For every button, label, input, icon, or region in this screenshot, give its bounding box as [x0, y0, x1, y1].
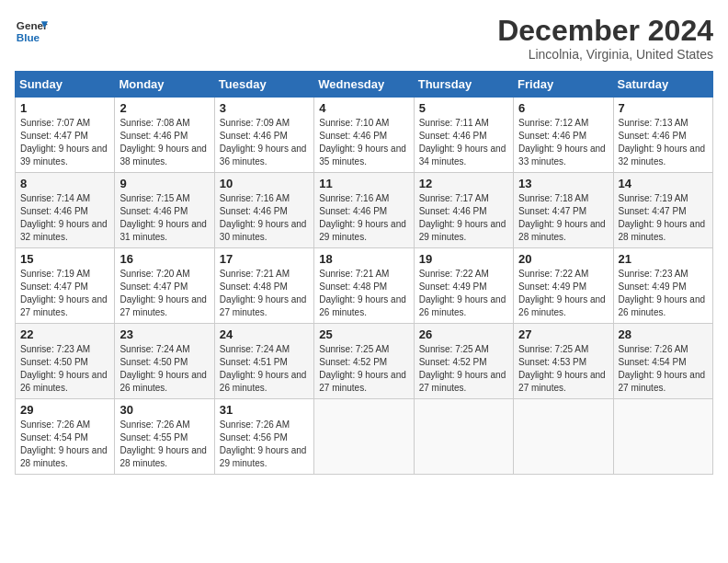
day-number: 19: [419, 252, 508, 266]
day-info: Sunrise: 7:26 AMSunset: 4:54 PMDaylight:…: [20, 419, 108, 468]
day-info: Sunrise: 7:13 AMSunset: 4:46 PMDaylight:…: [619, 118, 706, 167]
day-info: Sunrise: 7:22 AMSunset: 4:49 PMDaylight:…: [518, 269, 606, 317]
svg-text:General: General: [17, 19, 48, 31]
header-saturday: Saturday: [613, 72, 712, 98]
calendar-cell: 18Sunrise: 7:21 AMSunset: 4:48 PMDayligh…: [314, 248, 414, 324]
calendar-title: December 2024: [497, 15, 713, 47]
day-info: Sunrise: 7:14 AMSunset: 4:46 PMDaylight:…: [20, 193, 108, 242]
week-row-5: 29Sunrise: 7:26 AMSunset: 4:54 PMDayligh…: [16, 399, 713, 475]
day-number: 17: [220, 252, 309, 266]
day-info: Sunrise: 7:16 AMSunset: 4:46 PMDaylight:…: [220, 193, 307, 242]
calendar-cell: 10Sunrise: 7:16 AMSunset: 4:46 PMDayligh…: [214, 173, 313, 248]
day-number: 30: [119, 403, 209, 417]
day-number: 13: [518, 177, 608, 190]
day-number: 16: [119, 252, 209, 266]
week-row-2: 8Sunrise: 7:14 AMSunset: 4:46 PMDaylight…: [16, 173, 713, 248]
calendar-table: SundayMondayTuesdayWednesdayThursdayFrid…: [15, 71, 713, 475]
header-row: SundayMondayTuesdayWednesdayThursdayFrid…: [16, 72, 713, 98]
day-number: 8: [20, 177, 109, 190]
day-number: 11: [319, 177, 408, 190]
calendar-cell: 1Sunrise: 7:07 AMSunset: 4:47 PMDaylight…: [16, 98, 115, 173]
day-info: Sunrise: 7:23 AMSunset: 4:50 PMDaylight:…: [20, 344, 108, 393]
calendar-cell: 11Sunrise: 7:16 AMSunset: 4:46 PMDayligh…: [314, 173, 414, 248]
day-info: Sunrise: 7:09 AMSunset: 4:46 PMDaylight:…: [220, 118, 307, 167]
day-number: 1: [20, 101, 109, 115]
week-row-3: 15Sunrise: 7:19 AMSunset: 4:47 PMDayligh…: [16, 248, 713, 324]
page-header: General Blue December 2024 Lincolnia, Vi…: [15, 15, 713, 62]
calendar-cell: 29Sunrise: 7:26 AMSunset: 4:54 PMDayligh…: [16, 399, 115, 475]
calendar-cell: 25Sunrise: 7:25 AMSunset: 4:52 PMDayligh…: [314, 324, 414, 399]
calendar-cell: 4Sunrise: 7:10 AMSunset: 4:46 PMDaylight…: [314, 98, 414, 173]
day-info: Sunrise: 7:24 AMSunset: 4:50 PMDaylight:…: [119, 344, 207, 393]
calendar-cell: [314, 399, 414, 475]
day-number: 4: [319, 101, 408, 115]
calendar-cell: [514, 399, 613, 475]
logo: General Blue: [15, 15, 48, 48]
day-number: 9: [119, 177, 209, 190]
day-info: Sunrise: 7:21 AMSunset: 4:48 PMDaylight:…: [220, 269, 307, 317]
calendar-cell: 24Sunrise: 7:24 AMSunset: 4:51 PMDayligh…: [214, 324, 313, 399]
title-area: December 2024 Lincolnia, Virginia, Unite…: [497, 15, 713, 62]
calendar-cell: 2Sunrise: 7:08 AMSunset: 4:46 PMDaylight…: [115, 98, 214, 173]
day-info: Sunrise: 7:17 AMSunset: 4:46 PMDaylight:…: [419, 193, 506, 242]
day-info: Sunrise: 7:21 AMSunset: 4:48 PMDaylight:…: [319, 269, 406, 317]
day-info: Sunrise: 7:25 AMSunset: 4:53 PMDaylight:…: [518, 344, 606, 393]
header-sunday: Sunday: [16, 72, 115, 98]
day-number: 27: [518, 327, 608, 341]
calendar-cell: 31Sunrise: 7:26 AMSunset: 4:56 PMDayligh…: [214, 399, 313, 475]
calendar-cell: 13Sunrise: 7:18 AMSunset: 4:47 PMDayligh…: [514, 173, 613, 248]
calendar-cell: 17Sunrise: 7:21 AMSunset: 4:48 PMDayligh…: [214, 248, 313, 324]
svg-text:Blue: Blue: [17, 31, 40, 43]
day-info: Sunrise: 7:07 AMSunset: 4:47 PMDaylight:…: [20, 118, 108, 167]
calendar-cell: 16Sunrise: 7:20 AMSunset: 4:47 PMDayligh…: [115, 248, 214, 324]
day-number: 10: [220, 177, 309, 190]
day-info: Sunrise: 7:12 AMSunset: 4:46 PMDaylight:…: [518, 118, 606, 167]
day-info: Sunrise: 7:23 AMSunset: 4:49 PMDaylight:…: [619, 269, 706, 317]
logo-icon: General Blue: [15, 15, 48, 48]
week-row-4: 22Sunrise: 7:23 AMSunset: 4:50 PMDayligh…: [16, 324, 713, 399]
day-info: Sunrise: 7:25 AMSunset: 4:52 PMDaylight:…: [319, 344, 406, 393]
header-wednesday: Wednesday: [314, 72, 414, 98]
header-monday: Monday: [115, 72, 214, 98]
calendar-cell: 30Sunrise: 7:26 AMSunset: 4:55 PMDayligh…: [115, 399, 214, 475]
day-info: Sunrise: 7:22 AMSunset: 4:49 PMDaylight:…: [419, 269, 506, 317]
day-info: Sunrise: 7:26 AMSunset: 4:54 PMDaylight:…: [619, 344, 706, 393]
calendar-cell: 23Sunrise: 7:24 AMSunset: 4:50 PMDayligh…: [115, 324, 214, 399]
day-info: Sunrise: 7:24 AMSunset: 4:51 PMDaylight:…: [220, 344, 307, 393]
day-number: 3: [220, 101, 309, 115]
day-number: 18: [319, 252, 408, 266]
day-number: 31: [220, 403, 309, 417]
day-number: 7: [619, 101, 708, 115]
calendar-cell: 3Sunrise: 7:09 AMSunset: 4:46 PMDaylight…: [214, 98, 313, 173]
calendar-cell: 6Sunrise: 7:12 AMSunset: 4:46 PMDaylight…: [514, 98, 613, 173]
day-info: Sunrise: 7:11 AMSunset: 4:46 PMDaylight:…: [419, 118, 506, 167]
day-number: 23: [119, 327, 209, 341]
day-info: Sunrise: 7:08 AMSunset: 4:46 PMDaylight:…: [119, 118, 207, 167]
calendar-cell: 22Sunrise: 7:23 AMSunset: 4:50 PMDayligh…: [16, 324, 115, 399]
day-number: 12: [419, 177, 508, 190]
day-info: Sunrise: 7:20 AMSunset: 4:47 PMDaylight:…: [119, 269, 207, 317]
calendar-cell: [414, 399, 513, 475]
day-number: 15: [20, 252, 109, 266]
day-number: 24: [220, 327, 309, 341]
day-number: 21: [619, 252, 708, 266]
calendar-cell: 9Sunrise: 7:15 AMSunset: 4:46 PMDaylight…: [115, 173, 214, 248]
day-number: 20: [518, 252, 608, 266]
day-info: Sunrise: 7:25 AMSunset: 4:52 PMDaylight:…: [419, 344, 506, 393]
day-info: Sunrise: 7:18 AMSunset: 4:47 PMDaylight:…: [518, 193, 606, 242]
header-tuesday: Tuesday: [214, 72, 313, 98]
day-info: Sunrise: 7:16 AMSunset: 4:46 PMDaylight:…: [319, 193, 406, 242]
calendar-cell: 5Sunrise: 7:11 AMSunset: 4:46 PMDaylight…: [414, 98, 513, 173]
calendar-cell: 26Sunrise: 7:25 AMSunset: 4:52 PMDayligh…: [414, 324, 513, 399]
day-number: 25: [319, 327, 408, 341]
calendar-cell: 19Sunrise: 7:22 AMSunset: 4:49 PMDayligh…: [414, 248, 513, 324]
day-number: 22: [20, 327, 109, 341]
calendar-subtitle: Lincolnia, Virginia, United States: [497, 47, 713, 62]
day-info: Sunrise: 7:26 AMSunset: 4:55 PMDaylight:…: [119, 419, 207, 468]
calendar-cell: 27Sunrise: 7:25 AMSunset: 4:53 PMDayligh…: [514, 324, 613, 399]
header-friday: Friday: [514, 72, 613, 98]
day-number: 6: [518, 101, 608, 115]
day-number: 5: [419, 101, 508, 115]
header-thursday: Thursday: [414, 72, 513, 98]
calendar-cell: 20Sunrise: 7:22 AMSunset: 4:49 PMDayligh…: [514, 248, 613, 324]
